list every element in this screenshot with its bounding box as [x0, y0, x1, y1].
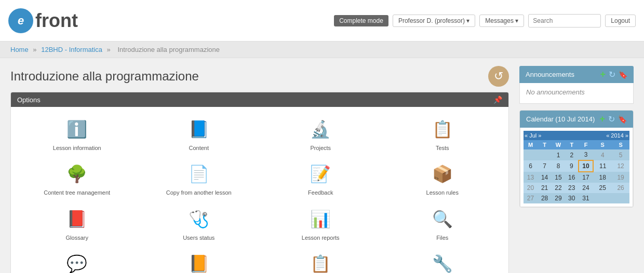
option-forum[interactable]: 💬 Forum	[16, 247, 138, 273]
search-input[interactable]	[528, 14, 601, 28]
cal-cell[interactable]: 1	[552, 149, 565, 160]
cal-cell[interactable]: 6	[524, 160, 538, 172]
glossary-icon: 📕	[65, 207, 89, 231]
content-label: Content	[189, 144, 209, 152]
cal-cell[interactable]: 30	[565, 193, 579, 203]
cal-cell[interactable]: 17	[579, 172, 594, 183]
day-header-sat: S	[593, 140, 612, 149]
calendar-row-1: 1 2 3 4 5	[524, 149, 629, 160]
option-lesson-info[interactable]: ℹ️ Lesson information	[16, 112, 138, 157]
breadcrumb-home[interactable]: Home	[10, 46, 29, 53]
cal-cell[interactable]: 7	[538, 160, 552, 172]
bookmark-announcement-icon[interactable]: 🔖	[619, 71, 627, 79]
administration-icon: 🔧	[431, 252, 454, 273]
lesson-info-icon: ℹ️	[65, 117, 89, 141]
option-lesson-rules[interactable]: 📦 Lesson rules	[382, 157, 504, 201]
option-content[interactable]: 📘 Content	[138, 112, 260, 157]
tests-icon: 📋	[431, 117, 454, 141]
prev-month-nav[interactable]: « Jul »	[524, 131, 552, 140]
day-header-mon: M	[524, 140, 538, 149]
left-column: Introduzione alla programmazione ↺ Optio…	[10, 66, 509, 273]
option-files[interactable]: 🔍 Files	[382, 202, 504, 247]
logo-letter: e	[18, 14, 24, 28]
cal-cell[interactable]: 23	[565, 183, 579, 193]
lesson-rules-icon: 📦	[431, 162, 454, 186]
tests-label: Tests	[436, 144, 449, 152]
cal-cell[interactable]: 22	[552, 183, 565, 193]
cal-cell	[538, 149, 552, 160]
cal-cell[interactable]: 31	[579, 193, 594, 203]
cal-cell[interactable]: 29	[552, 193, 565, 203]
cal-cell[interactable]: 26	[612, 183, 629, 193]
option-ims[interactable]: 📋 IMS	[260, 247, 382, 273]
calendar-day-headers: M T W T F S S	[524, 140, 629, 149]
logo-circle: e	[8, 8, 33, 33]
cal-cell[interactable]: 5	[612, 149, 629, 160]
option-glossary[interactable]: 📕 Glossary	[16, 202, 138, 247]
announcements-header: Announcements + ↻ 🔖	[519, 66, 634, 83]
lesson-info-label: Lesson information	[53, 144, 101, 152]
complete-mode-button[interactable]: Complete mode	[334, 15, 388, 26]
calendar-row-2: 6 7 8 9 10 11 12	[524, 160, 629, 172]
breadcrumb: Home » 12BHD - Informatica » Introduzion…	[0, 42, 644, 58]
calendar-nav-row: « Jul » « 2014 »	[524, 131, 629, 140]
option-scorm[interactable]: 📙 SCORM	[138, 247, 260, 273]
day-header-wed: W	[552, 140, 565, 149]
calendar-table: « Jul » « 2014 » M T W T F S S	[524, 131, 629, 203]
cal-today[interactable]: 10	[579, 160, 594, 172]
cal-cell[interactable]: 8	[552, 160, 565, 172]
cal-cell[interactable]: 13	[524, 172, 538, 183]
option-feedback[interactable]: 📝 Feedback	[260, 157, 382, 201]
cal-cell[interactable]: 4	[593, 149, 612, 160]
logo-text: front	[35, 10, 78, 32]
option-lesson-reports[interactable]: 📊 Lesson reports	[260, 202, 382, 247]
cal-cell[interactable]: 14	[538, 172, 552, 183]
projects-icon: 🔬	[308, 117, 332, 141]
bookmark-calendar-icon[interactable]: 🔖	[618, 115, 627, 124]
day-header-tue: T	[538, 140, 552, 149]
options-panel-header: Options 📌	[11, 92, 508, 107]
user-menu-button[interactable]: Professor D. (professor) ▾	[393, 15, 475, 27]
lesson-rules-label: Lesson rules	[426, 189, 459, 196]
refresh-calendar-icon[interactable]: ↻	[608, 114, 615, 124]
cal-cell[interactable]: 21	[538, 183, 552, 193]
option-copy-lesson[interactable]: 📄 Copy from another lesson	[138, 157, 260, 201]
cal-cell[interactable]: 12	[612, 160, 629, 172]
cal-cell[interactable]: 18	[593, 172, 612, 183]
option-users-status[interactable]: 🩺 Users status	[138, 202, 260, 247]
cal-cell[interactable]: 15	[552, 172, 565, 183]
option-administration[interactable]: 🔧 Administration	[382, 247, 504, 273]
cal-cell[interactable]: 27	[524, 193, 538, 203]
cal-cell[interactable]: 24	[579, 183, 594, 193]
logout-button[interactable]: Logout	[605, 15, 636, 27]
breadcrumb-course[interactable]: 12BHD - Informatica	[41, 46, 102, 53]
users-status-label: Users status	[183, 234, 214, 241]
back-button[interactable]: ↺	[488, 66, 509, 87]
option-tests[interactable]: 📋 Tests	[382, 112, 504, 157]
cal-cell[interactable]: 19	[612, 172, 629, 183]
cal-cell[interactable]: 11	[593, 160, 612, 172]
content-icon: 📘	[187, 117, 211, 141]
cal-cell[interactable]: 9	[565, 160, 579, 172]
pin-icon: 📌	[493, 95, 502, 104]
cal-cell	[593, 193, 612, 203]
cal-cell[interactable]: 16	[565, 172, 579, 183]
ims-icon: 📋	[308, 252, 332, 273]
calendar-wrap: « Jul » « 2014 » M T W T F S S	[520, 128, 633, 207]
cal-cell[interactable]: 2	[565, 149, 579, 160]
calendar-title: Calendar (10 Jul 2014)	[526, 115, 595, 123]
copy-lesson-icon: 📄	[187, 162, 211, 186]
page-title: Introduzione alla programmazione	[10, 69, 199, 84]
option-content-tree[interactable]: 🌳 Content tree management	[16, 157, 138, 201]
add-announcement-icon[interactable]: +	[600, 69, 606, 80]
option-projects[interactable]: 🔬 Projects	[260, 112, 382, 157]
year-nav[interactable]: « 2014 »	[593, 131, 629, 140]
cal-cell[interactable]: 28	[538, 193, 552, 203]
cal-cell[interactable]: 20	[524, 183, 538, 193]
cal-cell[interactable]: 25	[593, 183, 612, 193]
cal-cell[interactable]: 3	[579, 149, 594, 160]
refresh-announcement-icon[interactable]: ↻	[609, 70, 615, 79]
messages-button[interactable]: Messages ▾	[479, 15, 524, 27]
add-calendar-icon[interactable]: +	[599, 114, 605, 125]
projects-label: Projects	[310, 144, 331, 152]
